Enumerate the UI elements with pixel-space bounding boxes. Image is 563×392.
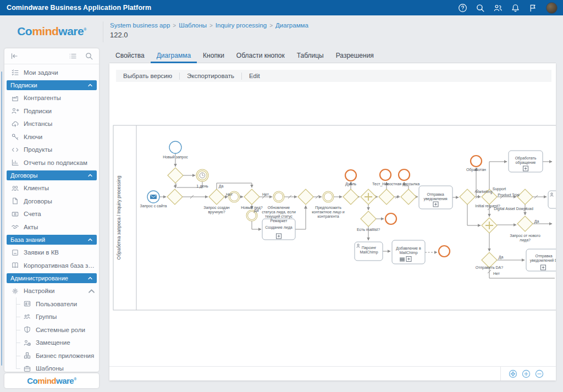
chevron-up-icon bbox=[87, 287, 96, 295]
bell-icon[interactable] bbox=[511, 3, 520, 13]
bpmn-end-event-duplicate[interactable] bbox=[345, 170, 356, 181]
sidebar-section-administration[interactable]: Администрирование bbox=[7, 273, 97, 283]
bpmn-gateways[interactable] bbox=[167, 168, 533, 268]
bpmn-end-event-no-maillist[interactable] bbox=[385, 213, 396, 224]
tab-diagram[interactable]: Диаграмма bbox=[151, 48, 197, 63]
sidebar-item-kb-requests[interactable]: Заявки в КВ bbox=[4, 246, 99, 260]
tab-buttons[interactable]: Кнопки bbox=[197, 48, 230, 63]
sidebar-search-icon[interactable] bbox=[85, 52, 93, 60]
sidebar-item-instances[interactable]: Инстансы bbox=[4, 118, 99, 131]
breadcrumb-separator: > bbox=[209, 23, 213, 29]
id-card-icon bbox=[23, 300, 31, 308]
sidebar-item-system-roles[interactable]: Системные роли bbox=[12, 323, 99, 336]
bpmn-start-event-new-request[interactable] bbox=[169, 141, 181, 153]
top-bar: Comindware Business Application Platform bbox=[0, 0, 563, 15]
zoom-in-icon[interactable] bbox=[522, 369, 531, 378]
sidebar-item-templates[interactable]: Шаблоны bbox=[12, 362, 99, 372]
code-icon bbox=[11, 146, 19, 154]
app-title: Comindware Business Application Platform bbox=[7, 4, 151, 12]
user-avatar[interactable] bbox=[546, 2, 558, 14]
select-version-button[interactable]: Выбрать версию bbox=[116, 70, 179, 82]
canvas-footer bbox=[109, 366, 556, 380]
bpmn-end-event-test-newsletter-2[interactable] bbox=[399, 169, 410, 180]
left-sidebar: Comindware® Мои задачи Подписки Контраге… bbox=[0, 15, 103, 392]
breadcrumb-templates[interactable]: Шаблоны bbox=[179, 22, 207, 29]
sidebar-item-products[interactable]: Продукты bbox=[4, 143, 99, 157]
sidebar-item-business-apps[interactable]: Бизнес приложения bbox=[12, 349, 99, 362]
sidebar-item-contracts[interactable]: Договоры bbox=[4, 195, 99, 208]
breadcrumb-app[interactable]: System business app bbox=[110, 22, 170, 29]
sidebar-item-subscriptions[interactable]: Подписки bbox=[4, 104, 99, 118]
main-area: System business app>Шаблоны>Inquiry proc… bbox=[103, 15, 563, 392]
shield-icon bbox=[23, 325, 31, 334]
breadcrumb-inquiry-processing[interactable]: Inquiry processing bbox=[216, 22, 267, 29]
breadcrumb: System business app>Шаблоны>Inquiry proc… bbox=[110, 22, 563, 29]
tab-properties[interactable]: Свойства bbox=[109, 48, 151, 63]
sidebar-item-settings[interactable]: Настройки bbox=[4, 285, 99, 298]
gateway-merge bbox=[167, 189, 183, 205]
sidebar-item-my-tasks[interactable]: Мои задачи bbox=[4, 66, 99, 79]
sidebar-scroll-indicator[interactable] bbox=[1, 71, 2, 366]
tab-bar: Свойства Диаграмма Кнопки Области кнопок… bbox=[109, 48, 556, 63]
sidebar-item-acts[interactable]: Акты bbox=[4, 220, 99, 234]
gateway-duplicate bbox=[343, 189, 358, 205]
sidebar-section-knowledge-base[interactable]: База знаний bbox=[7, 235, 97, 245]
sidebar-item-keys[interactable]: Ключи bbox=[4, 130, 99, 143]
chevron-up-icon bbox=[87, 173, 93, 178]
search-icon[interactable] bbox=[476, 3, 485, 13]
gateway-test-1 bbox=[379, 189, 394, 205]
cloud-upload-icon bbox=[11, 120, 19, 128]
sidebar-section-contracts[interactable]: Договоры bbox=[7, 170, 97, 180]
people-icon bbox=[11, 184, 19, 192]
bpmn-intermediate-event[interactable] bbox=[229, 191, 240, 202]
person-plus-icon bbox=[11, 107, 19, 115]
sidebar-item-groups[interactable]: Группы bbox=[12, 311, 99, 324]
sidebar-panel: Мои задачи Подписки Контрагенты Подписки… bbox=[4, 48, 99, 372]
edit-button[interactable]: Edit bbox=[242, 70, 267, 82]
gateway-product-trial bbox=[517, 189, 533, 205]
breadcrumb-separator: > bbox=[173, 23, 176, 29]
sidebar-item-subscription-reports[interactable]: Отчеты по подпискам bbox=[4, 156, 99, 169]
task-partial-right bbox=[548, 191, 556, 208]
bpmn-timer-event[interactable] bbox=[196, 169, 208, 181]
gateway-marketing bbox=[460, 189, 475, 205]
tab-permissions[interactable]: Разрешения bbox=[330, 48, 380, 63]
help-icon[interactable] bbox=[458, 3, 467, 13]
chevron-up-icon bbox=[87, 275, 93, 281]
sidebar-item-corporate-kb[interactable]: Корпоративная база зна... bbox=[4, 259, 99, 272]
pan-fit-icon[interactable] bbox=[509, 369, 517, 378]
zoom-out-icon[interactable] bbox=[535, 369, 544, 378]
bpmn-end-event-test-newsletter-1[interactable] bbox=[380, 169, 391, 180]
comindware-logo: Comindware® bbox=[0, 15, 103, 47]
users-icon[interactable] bbox=[493, 3, 503, 13]
tab-tables[interactable]: Таблицы bbox=[291, 48, 330, 63]
sidebar-item-clients[interactable]: Клиенты bbox=[4, 182, 99, 195]
sidebar-item-users[interactable]: Пользователи bbox=[12, 297, 99, 311]
bpmn-event-suggest-contact[interactable] bbox=[323, 191, 334, 202]
collapse-sidebar-icon[interactable] bbox=[10, 52, 19, 60]
pool-label: Обработка запроса / Inquiry processing bbox=[116, 175, 122, 260]
group-icon bbox=[23, 313, 31, 321]
bpmn-event-update-lead-status[interactable] bbox=[273, 191, 284, 202]
breadcrumb-diagram[interactable]: Диаграмма bbox=[275, 22, 308, 29]
bpmn-message-start-event[interactable] bbox=[147, 191, 159, 203]
bpmn-tasks[interactable] bbox=[262, 151, 556, 271]
bpmn-end-event-processed[interactable] bbox=[471, 156, 482, 167]
sidebar-item-substitution[interactable]: Замещение bbox=[12, 336, 99, 350]
sidebar-item-invoices[interactable]: Счета bbox=[4, 208, 99, 221]
task-add-mailchimp bbox=[392, 240, 425, 264]
export-button[interactable]: Экспортировать bbox=[180, 70, 241, 82]
sidebar-section-subscriptions[interactable]: Подписки bbox=[7, 80, 97, 90]
chevron-up-icon bbox=[87, 237, 93, 242]
gateway-after-update bbox=[298, 189, 313, 205]
bpmn-end-event-mailchimp[interactable] bbox=[439, 246, 450, 257]
breadcrumb-separator: > bbox=[269, 23, 273, 29]
list-view-icon[interactable] bbox=[68, 52, 77, 60]
sidebar-item-counterparties[interactable]: Контрагенты bbox=[4, 92, 99, 105]
bpmn-intermediate-event-below-new-lead[interactable] bbox=[246, 210, 257, 221]
flag-icon[interactable] bbox=[528, 3, 538, 13]
tab-button-areas[interactable]: Области кнопок bbox=[230, 48, 291, 63]
diagram-canvas[interactable]: Обработка запроса / Inquiry processing bbox=[109, 84, 556, 366]
book-icon bbox=[11, 261, 19, 269]
key-icon bbox=[11, 132, 19, 141]
